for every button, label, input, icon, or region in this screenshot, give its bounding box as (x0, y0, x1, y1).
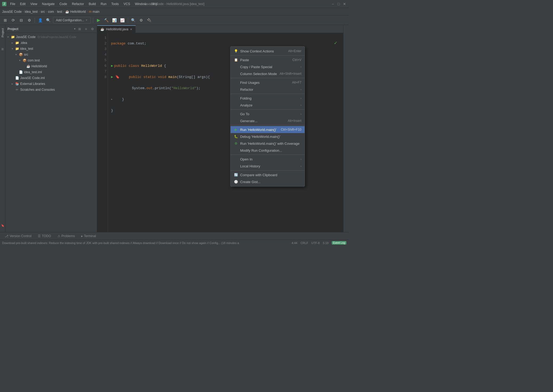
vcs-icon[interactable]: 👤 (37, 17, 43, 23)
ctx-run-helloworld[interactable]: ▶ Run 'HelloWorld.main()' Ctrl+Shift+F10 (231, 126, 305, 133)
code-line-4: ▶ 🔖 public static void main(String[] arg… (111, 74, 340, 80)
build-button[interactable]: 🔨 (103, 17, 110, 23)
tree-javase-iml[interactable]: 📄 JavaSE Code.iml (5, 75, 97, 81)
menu-run[interactable]: Run (99, 2, 109, 6)
ctx-separator-4 (231, 125, 305, 125)
right-sidebar-tabs (343, 25, 349, 232)
run-button[interactable]: ▶ (95, 17, 102, 23)
sync-button[interactable]: ⟳ (10, 17, 17, 23)
close-button[interactable]: ✕ (343, 2, 346, 6)
tree-root-label: JavaSE Code (16, 35, 35, 39)
event-log-button[interactable]: Event Log (332, 241, 346, 245)
ctx-folding[interactable]: Folding › (231, 95, 305, 102)
debug-helloworld-icon: 🐛 (234, 134, 238, 139)
panel-gear-button[interactable]: ⚙ (90, 27, 95, 31)
ctx-analyze[interactable]: Analyze › (231, 102, 305, 109)
ctx-local-history[interactable]: Local History › (231, 163, 305, 170)
indent-status[interactable]: 5:19 (323, 241, 329, 245)
menu-file[interactable]: File (8, 2, 17, 6)
ctx-debug-helloworld[interactable]: 🐛 Debug 'HelloWorld.main()' (231, 133, 305, 140)
ctx-compare-clipboard[interactable]: 🔄 Compare with Clipboard (231, 171, 305, 178)
editor-tabs: ☕ HelloWorld.java ✕ (97, 25, 343, 33)
find-button[interactable]: 🔍 (130, 17, 137, 23)
ctx-show-context-actions[interactable]: 💡 Show Context Actions Alt+Enter (231, 48, 305, 55)
breadcrumb-helloworld[interactable]: ☕ HelloWorld (65, 10, 86, 14)
search-everywhere-button[interactable]: 🔍 (45, 17, 51, 23)
project-view-button[interactable]: ⊞ (2, 17, 9, 23)
plugin-button[interactable]: 🔌 (146, 17, 153, 23)
editor-content[interactable]: 1 2 3 4 5 6 7 8 package com.test; ▶ publ… (97, 33, 343, 232)
ctx-generate[interactable]: Generate... Alt+Insert (231, 117, 305, 124)
panel-scope-button[interactable]: ⊞ (77, 27, 82, 31)
charset-status[interactable]: UTF-8 (311, 241, 319, 245)
tree-external-libs[interactable]: ▸ 📚 External Libraries (5, 81, 97, 87)
profiler-button[interactable]: 📈 (119, 17, 126, 23)
tab-close-button[interactable]: ✕ (130, 28, 132, 31)
ctx-copy-paste-special[interactable]: Copy / Paste Special › (231, 63, 305, 70)
bookmarks-tab[interactable]: 🔖 (1, 219, 5, 232)
breadcrumb-idea-test[interactable]: idea_test (25, 10, 38, 14)
ctx-paste[interactable]: 📋 Paste Ctrl+V (231, 56, 305, 63)
ctx-modify-run[interactable]: Modify Run Configuration... (231, 147, 305, 154)
run-marker-4[interactable]: ▶ (111, 74, 113, 80)
structure-tab[interactable]: ≡ (1, 43, 5, 56)
ctx-find-usages[interactable]: Find Usages Alt+F7 (231, 79, 305, 86)
panel-header: Project ▾ ⊞ ≡ ⚙ (5, 25, 97, 33)
status-bar: Download pre-built shared indexes: Reduc… (0, 240, 349, 246)
gear-button[interactable]: ⚙ (138, 17, 145, 23)
menu-edit[interactable]: Edit (18, 2, 28, 6)
breadcrumb-javase-code[interactable]: JavaSE Code (2, 10, 22, 14)
tree-idea-label: .idea (20, 41, 27, 45)
ctx-run-coverage[interactable]: ⚙ Run 'HelloWorld.main()' with Coverage (231, 140, 305, 147)
tree-idea[interactable]: ▸ 📁 .idea (5, 40, 97, 46)
tree-idea-test-iml[interactable]: 📄 idea_test.iml (5, 69, 97, 75)
time-display: 4:44 (292, 241, 297, 245)
ctx-open-in[interactable]: Open In › (231, 156, 305, 163)
tree-idea-test[interactable]: ▾ 📁 idea_test (5, 46, 97, 52)
ctx-go-to[interactable]: Go To › (231, 110, 305, 117)
breadcrumb-src[interactable]: src (41, 10, 45, 14)
menu-vcs[interactable]: VCS (121, 2, 132, 6)
breadcrumb-com[interactable]: com (48, 10, 54, 14)
tree-scratches[interactable]: ✏ Scratches and Consoles (5, 87, 97, 93)
panel-collapse-button[interactable]: ≡ (84, 27, 88, 31)
menu-navigate[interactable]: Navigate (40, 2, 57, 6)
run-marker-3[interactable]: ▶ (111, 63, 113, 69)
panel-title: Project (7, 27, 72, 31)
tree-root[interactable]: ▾ 📁 JavaSE Code D:\IdeaProjects\JavaSE C… (5, 34, 97, 40)
left-sidebar-tabs: Project ≡ 🔖 (0, 25, 5, 232)
code-line-3: ▶ public class HelloWorld { (111, 63, 340, 69)
tree-root-icon: 📁 (11, 35, 15, 39)
minimize-button[interactable]: − (331, 2, 335, 6)
coverage-button[interactable]: 📊 (111, 17, 118, 23)
tree-helloworld[interactable]: ☕ HelloWorld (5, 63, 97, 69)
breadcrumb-test[interactable]: test (57, 10, 62, 14)
tree-idea-test-label: idea_test (20, 47, 33, 51)
collapse-button[interactable]: ⊟ (18, 17, 24, 23)
code-editor[interactable]: package com.test; ▶ public class HelloWo… (108, 33, 343, 232)
breadcrumb-main[interactable]: m main (89, 10, 100, 14)
problems-tab[interactable]: ⚠ Problems (55, 233, 78, 239)
ctx-refactor[interactable]: Refactor › (231, 86, 305, 93)
editor-tab-helloworld[interactable]: ☕ HelloWorld.java ✕ (97, 25, 136, 33)
ctx-create-gist[interactable]: ⚪ Create Gist... (231, 178, 305, 185)
tree-ext-label: External Libraries (20, 82, 45, 86)
line-separator-status[interactable]: CRLF (301, 241, 308, 245)
maximize-button[interactable]: □ (337, 2, 341, 6)
menu-tools[interactable]: Tools (109, 2, 121, 6)
tree-iml-icon: 📄 (19, 70, 23, 74)
sidebar-tab-project[interactable]: Project (1, 26, 5, 39)
tree-helloworld-icon: ☕ (26, 64, 30, 68)
todo-tab[interactable]: ☰ TODO (35, 233, 54, 239)
menu-refactor[interactable]: Refactor (70, 2, 86, 6)
menu-build[interactable]: Build (87, 2, 98, 6)
tree-com-test[interactable]: ▾ 📦 com.test (5, 57, 97, 63)
ctx-column-selection[interactable]: Column Selection Mode Alt+Shift+Insert (231, 70, 305, 77)
menu-code[interactable]: Code (57, 2, 69, 6)
tree-src[interactable]: ▾ 📦 src (5, 52, 97, 57)
version-control-tab[interactable]: ⎇ Version Control (2, 233, 34, 239)
add-configuration-button[interactable]: Add Configuration... ▼ (53, 17, 91, 23)
terminal-tab[interactable]: ▸ Terminal (79, 233, 99, 239)
menu-view[interactable]: View (28, 2, 39, 6)
settings-button[interactable]: ⚙ (26, 17, 32, 23)
